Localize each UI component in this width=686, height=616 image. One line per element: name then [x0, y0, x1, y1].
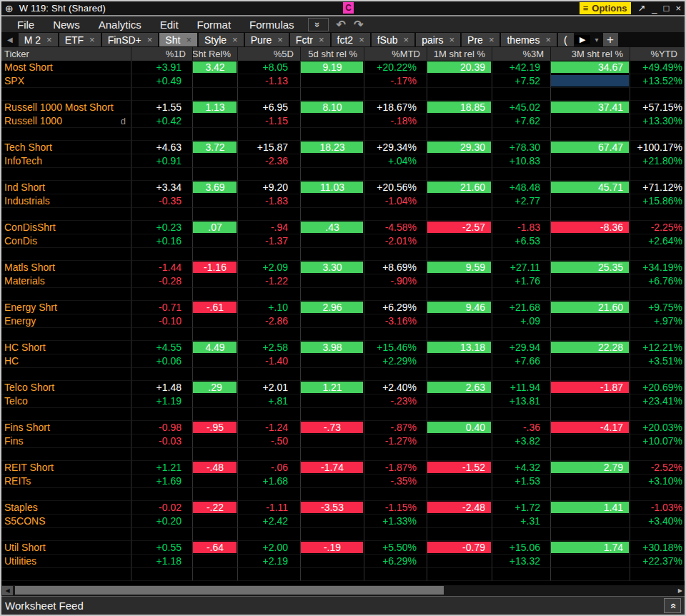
tab-close-icon[interactable]: ×: [489, 34, 494, 45]
value-cell[interactable]: +.31: [492, 515, 551, 528]
column-header-5dshtrel[interactable]: 5d sht rel %: [301, 47, 364, 61]
value-cell[interactable]: -1.83: [238, 194, 301, 208]
value-cell[interactable]: -0.98: [131, 421, 193, 434]
column-header-ticker[interactable]: Ticker: [1, 47, 131, 61]
value-cell[interactable]: +0.49: [131, 74, 193, 88]
value-cell[interactable]: 22.28: [551, 341, 630, 354]
value-cell[interactable]: -1.04%: [364, 194, 427, 208]
value-cell[interactable]: +3.40%: [630, 515, 685, 528]
value-cell[interactable]: +20.56%: [364, 181, 427, 194]
value-cell[interactable]: -0.03: [131, 434, 193, 448]
value-cell[interactable]: [193, 114, 238, 128]
ticker-cell[interactable]: Matls Short: [1, 261, 131, 274]
options-button[interactable]: ≡ Options: [580, 2, 632, 14]
value-cell[interactable]: +1.48: [131, 381, 193, 394]
ticker-cell[interactable]: REIT Short: [1, 461, 131, 475]
ticker-cell[interactable]: Fins Short: [1, 421, 131, 434]
value-cell[interactable]: [427, 194, 492, 208]
value-cell[interactable]: +29.94: [492, 341, 551, 354]
value-cell[interactable]: +0.16: [131, 234, 193, 248]
value-cell[interactable]: [301, 114, 364, 128]
expand-feed-button[interactable]: »: [664, 598, 681, 613]
tab-m-2[interactable]: M 2×: [19, 33, 58, 46]
column-header-ytd[interactable]: %YTD: [630, 47, 685, 61]
redo-button[interactable]: ↷: [354, 18, 363, 31]
value-cell[interactable]: -1.27%: [364, 434, 427, 448]
value-cell[interactable]: +13.30%: [630, 114, 685, 128]
value-cell[interactable]: .43: [301, 221, 364, 234]
value-cell[interactable]: +9.75%: [630, 301, 685, 314]
tab-close-icon[interactable]: ×: [46, 34, 52, 45]
value-cell[interactable]: +13.81: [492, 394, 551, 408]
ticker-cell[interactable]: Energy: [1, 314, 131, 328]
value-cell[interactable]: [193, 194, 238, 208]
value-cell[interactable]: [193, 394, 238, 408]
collapse-toolbar-button[interactable]: »: [308, 18, 329, 31]
value-cell[interactable]: -0.02: [131, 501, 193, 515]
ticker-cell[interactable]: ConDisShrt: [1, 221, 131, 234]
value-cell[interactable]: [193, 274, 238, 288]
value-cell[interactable]: +0.55: [131, 541, 193, 555]
value-cell[interactable]: +6.76%: [630, 274, 685, 288]
value-cell[interactable]: [301, 515, 364, 528]
ticker-cell[interactable]: Most Short: [1, 61, 131, 74]
value-cell[interactable]: 18.85: [427, 101, 492, 114]
value-cell[interactable]: +0.23: [131, 221, 193, 234]
value-cell[interactable]: -1.13: [238, 74, 301, 88]
value-cell[interactable]: -3.16%: [364, 314, 427, 328]
value-cell[interactable]: +2.58: [238, 341, 301, 354]
value-cell[interactable]: -1.87: [551, 381, 630, 394]
value-cell[interactable]: +5.50%: [364, 541, 427, 555]
play-icon[interactable]: ▶: [575, 35, 590, 44]
value-cell[interactable]: -.18%: [364, 114, 427, 128]
value-cell[interactable]: +1.69: [131, 475, 193, 488]
tab-finsd+[interactable]: FinSD+×: [102, 33, 159, 46]
tab-close-icon[interactable]: ×: [545, 34, 551, 45]
menu-format[interactable]: Format: [188, 19, 241, 31]
value-cell[interactable]: [193, 515, 238, 528]
ticker-cell[interactable]: HC: [1, 354, 131, 368]
value-cell[interactable]: 3.69: [193, 181, 238, 194]
value-cell[interactable]: +20.69%: [630, 381, 685, 394]
value-cell[interactable]: +3.10%: [630, 475, 685, 488]
value-cell[interactable]: +3.34: [131, 181, 193, 194]
value-cell[interactable]: +13.32: [492, 555, 551, 568]
menu-news[interactable]: News: [44, 19, 89, 31]
value-cell[interactable]: +1.53: [492, 475, 551, 488]
value-cell[interactable]: +1.19: [131, 394, 193, 408]
value-cell[interactable]: +1.33%: [364, 515, 427, 528]
value-cell[interactable]: -1.16: [193, 261, 238, 274]
value-cell[interactable]: +1.18: [131, 555, 193, 568]
tab-etf[interactable]: ETF×: [59, 33, 101, 46]
value-cell[interactable]: .29: [193, 381, 238, 394]
titlebar[interactable]: ⊕ W 119: Sht (Shared) C ≡ Options ↗ _ □ …: [1, 1, 685, 16]
value-cell[interactable]: [551, 475, 630, 488]
value-cell[interactable]: [551, 274, 630, 288]
value-cell[interactable]: -1.24: [238, 421, 301, 434]
value-cell[interactable]: +6.53: [492, 234, 551, 248]
value-cell[interactable]: [551, 314, 630, 328]
value-cell[interactable]: +7.62: [492, 114, 551, 128]
value-cell[interactable]: +2.77: [492, 194, 551, 208]
value-cell[interactable]: +30.18%: [630, 541, 685, 555]
value-cell[interactable]: 9.19: [301, 61, 364, 74]
column-header-1d[interactable]: %1D: [131, 47, 193, 61]
value-cell[interactable]: +9.20: [238, 181, 301, 194]
value-cell[interactable]: [551, 114, 630, 128]
value-cell[interactable]: +22.37%: [630, 555, 685, 568]
value-cell[interactable]: [427, 274, 492, 288]
value-cell[interactable]: [193, 475, 238, 488]
value-cell[interactable]: [301, 434, 364, 448]
value-cell[interactable]: +42.19: [492, 61, 551, 74]
tab-pure[interactable]: Pure×: [245, 33, 289, 46]
ticker-cell[interactable]: Utilities: [1, 555, 131, 568]
value-cell[interactable]: +2.42: [238, 515, 301, 528]
value-cell[interactable]: [301, 475, 364, 488]
value-cell[interactable]: +6.29%: [364, 555, 427, 568]
value-cell[interactable]: +29.34%: [364, 141, 427, 154]
value-cell[interactable]: [427, 234, 492, 248]
value-cell[interactable]: -4.17: [551, 421, 630, 434]
value-cell[interactable]: +1.76: [492, 274, 551, 288]
value-cell[interactable]: [193, 354, 238, 368]
value-cell[interactable]: +.09: [492, 314, 551, 328]
